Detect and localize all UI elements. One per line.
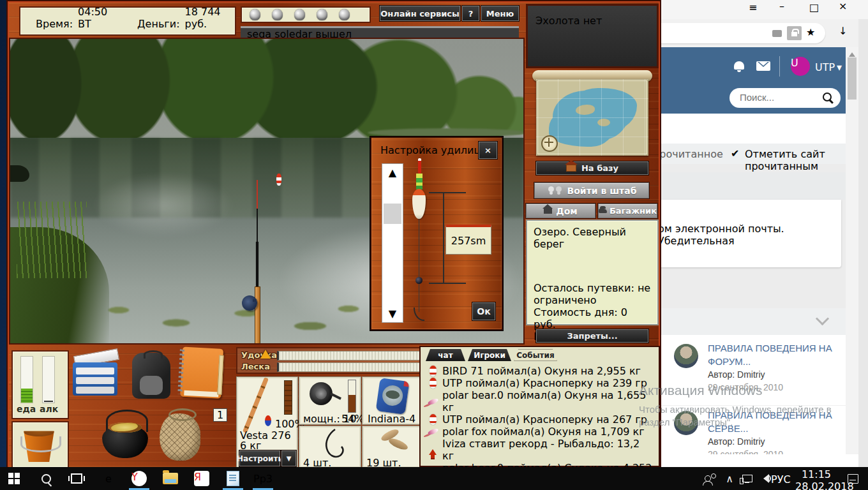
bucket-panel [11, 421, 69, 468]
minimap[interactable] [536, 70, 648, 160]
bobber-float[interactable] [276, 174, 281, 186]
configure-rod-button[interactable]: Настроить [239, 450, 280, 466]
tackle-box-item[interactable] [70, 352, 121, 398]
user-name[interactable]: UTP [815, 61, 835, 73]
scroll-thumb[interactable] [384, 204, 401, 224]
day-cost-line: Стоимость дня: 0 руб. [534, 306, 651, 330]
help-button[interactable]: ? [462, 6, 479, 21]
yandex-browser-icon[interactable]: Y [126, 467, 152, 490]
search-box[interactable] [730, 88, 841, 108]
avatar[interactable] [674, 344, 698, 368]
to-base-button[interactable]: На базу [536, 161, 648, 175]
notepad-icon[interactable] [220, 467, 246, 490]
unread-link[interactable]: епрочитанное [654, 148, 723, 160]
lock-icon[interactable] [787, 26, 802, 40]
minimize-button[interactable]: – [779, 0, 798, 17]
tab-events[interactable]: События [514, 349, 557, 361]
browser-menu-icon[interactable]: ≡ [749, 1, 768, 18]
rr3-game-icon[interactable]: Рр3 [250, 467, 276, 490]
backpack-item[interactable] [132, 350, 170, 399]
rod-card[interactable]: 100% Vesta 276 6 кг Настроить ▼ [236, 376, 298, 468]
event-text: Iviza ставит рекорд - Рыбальдо: 13,2 кг [442, 438, 653, 462]
bell-alarm-icon[interactable] [339, 9, 350, 20]
scroll-down-icon[interactable]: ▼ [382, 308, 403, 320]
desktop: ≡ – □ × ★ ↓ U UTP ▾ [0, 0, 868, 490]
page-scrollbar[interactable] [846, 47, 858, 454]
file-explorer-icon[interactable] [158, 467, 183, 490]
mail-icon[interactable] [756, 61, 770, 71]
bans-button[interactable]: Запреты... [536, 329, 648, 343]
comment-icon[interactable] [772, 30, 782, 37]
bell-alarm-icon[interactable] [317, 9, 327, 20]
header-divider [779, 56, 780, 77]
tab-chat[interactable]: чат [426, 349, 465, 361]
float-catch-icon [423, 378, 442, 389]
fishing-rod-upper [257, 209, 258, 243]
hook-card[interactable]: 4 шт. [299, 426, 361, 468]
float-mini-icon [265, 415, 271, 426]
taskbar-search-icon[interactable] [33, 467, 59, 490]
collapsed-band[interactable] [654, 308, 846, 335]
depth-scrollbar[interactable]: ▲ ▼ [382, 163, 403, 323]
event-text: UTP поймал(а) Красноперку на 267 гр [442, 413, 647, 426]
download-icon[interactable]: ↓ [839, 25, 847, 37]
bookmark-star-icon[interactable]: ★ [806, 26, 815, 38]
scroll-up-icon[interactable] [849, 49, 855, 57]
line-card[interactable]: Indiana-4 [362, 376, 424, 425]
bell-icon[interactable] [734, 61, 744, 70]
mark-read-link[interactable]: Отметить сайт прочитанным [745, 148, 846, 172]
task-view-icon[interactable] [64, 467, 89, 490]
scene-far-shore [368, 128, 525, 137]
enter-hq-button[interactable]: Войти в штаб [534, 182, 649, 198]
notebook-item[interactable] [175, 346, 225, 401]
dialog-ok-button[interactable]: Ок [472, 302, 495, 320]
post-title-link[interactable]: ПРАВИЛА ПОВЕДЕНИЯ НА СЕРВЕ... [708, 408, 835, 435]
action-center-icon[interactable] [841, 467, 864, 490]
card-text: ом электронной почты. Убедительная [658, 223, 837, 247]
food-gauge [20, 356, 33, 403]
user-caret-icon[interactable]: ▾ [837, 61, 842, 73]
fishing-rod-tip [257, 180, 258, 209]
game-window: Время: 04:50 ВТ Деньги: 18 744 руб. Онла… [6, 0, 661, 470]
dialog-close-button[interactable]: × [479, 142, 497, 159]
window-edge [858, 19, 868, 467]
trunk-button[interactable]: Багажник [598, 204, 657, 218]
scroll-thumb[interactable] [848, 57, 857, 100]
maximize-button[interactable]: □ [809, 1, 828, 18]
bait-card[interactable]: 19 шт. [362, 426, 424, 468]
language-indicator[interactable]: РУС [771, 473, 791, 486]
bell-alarm-icon[interactable] [250, 9, 260, 20]
rod-dropdown-button[interactable]: ▼ [281, 450, 296, 466]
clock[interactable]: 11:15 28.02.2018 [795, 468, 837, 490]
tray-chevron-icon[interactable]: ∧ [720, 467, 739, 490]
edge-icon[interactable]: e [96, 467, 121, 490]
hook-shape [414, 308, 424, 321]
money-value: 18 744 руб. [185, 6, 235, 30]
browser-page: U UTP ▾ епрочитанное ✔ Отметить сайт про… [654, 47, 846, 454]
keepnet-item[interactable] [160, 408, 200, 462]
lure-catch-icon [423, 399, 442, 404]
menu-button[interactable]: Меню [481, 6, 519, 21]
tab-players[interactable]: Игроки [468, 349, 511, 361]
avatar[interactable] [674, 411, 698, 435]
line-gauge-label: Леска [241, 362, 270, 371]
user-avatar[interactable]: U [791, 57, 810, 76]
dialog-title: Настройка удилища [380, 144, 490, 156]
start-button[interactable] [1, 467, 27, 490]
home-button[interactable]: Дом [526, 204, 595, 218]
rod-gauge-label: Удочка [241, 350, 277, 360]
search-input[interactable] [738, 91, 818, 103]
cooking-pot-item[interactable] [102, 407, 148, 461]
map-body[interactable] [536, 79, 648, 156]
post-title-link[interactable]: ПРАВИЛА ПОВЕДЕНИЯ НА ФОРУМ... [708, 341, 835, 368]
online-services-button[interactable]: Онлайн сервисы [380, 6, 460, 21]
people-tray-icon[interactable] [697, 467, 719, 490]
scroll-up-icon[interactable]: ▲ [382, 167, 403, 179]
yandex-icon[interactable]: Я [189, 467, 214, 490]
reel-card[interactable]: мощн.: 10 54% [299, 376, 361, 425]
bell-alarm-icon[interactable] [294, 9, 305, 20]
car-icon [599, 209, 607, 213]
echo-sounder-text: Эхолота нет [535, 15, 602, 27]
close-button[interactable]: × [839, 0, 858, 17]
bell-alarm-icon[interactable] [272, 9, 283, 20]
